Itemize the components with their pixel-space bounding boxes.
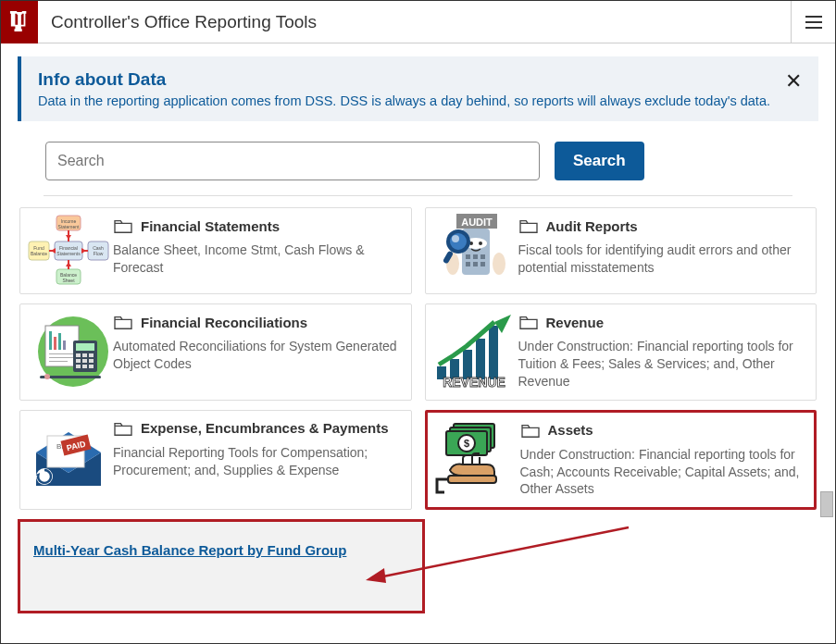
- scrollbar-thumb[interactable]: [820, 491, 833, 517]
- svg-rect-24: [480, 254, 485, 259]
- svg-text:$: $: [463, 438, 468, 449]
- svg-point-30: [479, 242, 482, 245]
- card-desc: Under Construction: Financial reporting …: [520, 446, 807, 499]
- card-financial-reconciliations[interactable]: Financial Reconciliations Automated Reco…: [19, 303, 412, 401]
- card-desc: Balance Sheet, Income Stmt, Cash Flows &…: [113, 242, 404, 277]
- expense-icon: BILL: PAID: [24, 415, 113, 506]
- svg-rect-54: [82, 365, 87, 368]
- folder-icon: [518, 314, 539, 330]
- svg-rect-62: [489, 326, 498, 379]
- card-audit-reports[interactable]: AUDIT Audit Reports: [425, 207, 817, 294]
- folder-icon: [113, 420, 133, 437]
- info-banner-text: Data in the reporting application comes …: [38, 93, 802, 108]
- info-banner-title: Info about Data: [38, 69, 802, 90]
- svg-marker-15: [66, 235, 71, 240]
- svg-rect-48: [82, 353, 87, 357]
- audit-reports-icon: AUDIT: [430, 212, 518, 290]
- svg-rect-38: [49, 331, 52, 350]
- card-expense[interactable]: BILL: PAID Expense, Encumbrances & Payme…: [19, 410, 412, 511]
- svg-rect-49: [89, 353, 94, 357]
- hamburger-menu-button[interactable]: [791, 1, 835, 43]
- folder-icon: [113, 217, 133, 234]
- multi-year-cash-balance-link[interactable]: Multi-Year Cash Balance Report by Fund G…: [33, 542, 346, 558]
- folder-icon: [520, 422, 541, 439]
- svg-point-33: [448, 231, 468, 252]
- iu-logo: [1, 1, 38, 43]
- svg-rect-51: [82, 359, 87, 363]
- financial-reconciliations-icon: [24, 308, 113, 396]
- svg-rect-61: [476, 339, 485, 379]
- card-revenue[interactable]: REVENUE Revenue Under Construction: Fina…: [425, 303, 817, 401]
- svg-marker-18: [51, 248, 56, 254]
- card-title: Financial Statements: [141, 218, 280, 234]
- card-desc: Under Construction: Financial reporting …: [518, 338, 809, 390]
- folder-icon: [518, 217, 539, 234]
- svg-text:Flow: Flow: [94, 251, 104, 256]
- svg-rect-52: [89, 359, 94, 363]
- svg-rect-55: [89, 365, 94, 368]
- card-title: Financial Reconciliations: [141, 315, 307, 330]
- close-icon[interactable]: ✕: [785, 69, 802, 93]
- card-title: Assets: [548, 422, 593, 438]
- revenue-icon: REVENUE: [430, 308, 518, 396]
- svg-rect-50: [76, 359, 81, 363]
- search-row: Search: [18, 142, 818, 195]
- financial-statements-icon: Income Statement Fund Balance Financial …: [24, 212, 113, 290]
- card-desc: Financial Reporting Tools for Compensati…: [113, 444, 404, 479]
- svg-text:Sheet: Sheet: [62, 278, 75, 283]
- svg-rect-22: [466, 254, 470, 259]
- card-financial-statements[interactable]: Income Statement Fund Balance Financial …: [19, 207, 412, 294]
- svg-rect-26: [473, 262, 478, 266]
- svg-point-57: [44, 374, 50, 379]
- svg-rect-39: [54, 337, 56, 350]
- svg-rect-41: [63, 341, 66, 350]
- svg-rect-27: [480, 262, 485, 266]
- svg-rect-53: [76, 365, 81, 368]
- card-desc: Automated Reconciliations for System Gen…: [113, 338, 404, 373]
- svg-text:Statement: Statement: [58, 224, 80, 229]
- card-title: Revenue: [546, 315, 605, 330]
- divider: [44, 195, 792, 196]
- app-title: Controller's Office Reporting Tools: [38, 12, 791, 32]
- card-title: Audit Reports: [546, 218, 638, 234]
- svg-text:Statements: Statements: [56, 251, 81, 256]
- svg-rect-25: [466, 262, 470, 266]
- svg-text:AUDIT: AUDIT: [461, 217, 493, 228]
- svg-point-34: [452, 235, 459, 242]
- folder-icon: [113, 314, 133, 330]
- svg-point-32: [493, 253, 505, 275]
- svg-text:Balance: Balance: [31, 251, 47, 256]
- card-assets[interactable]: $ Assets Under Construction: Financial r…: [425, 410, 817, 511]
- svg-text:REVENUE: REVENUE: [443, 375, 505, 390]
- iu-trident-icon: [9, 9, 30, 35]
- search-button[interactable]: Search: [555, 142, 644, 180]
- search-input[interactable]: [45, 142, 540, 180]
- app-header: Controller's Office Reporting Tools: [1, 1, 835, 43]
- svg-rect-44: [49, 361, 68, 362]
- svg-rect-40: [58, 333, 61, 350]
- svg-rect-42: [49, 353, 75, 354]
- svg-rect-76: [448, 476, 496, 483]
- assets-icon: $: [431, 416, 520, 504]
- sub-report-panel: Multi-Year Cash Balance Report by Fund G…: [18, 519, 425, 613]
- card-title: Expense, Encumbrances & Payments: [141, 420, 389, 436]
- info-banner: Info about Data Data in the reporting ap…: [18, 56, 818, 121]
- category-grid: Income Statement Fund Balance Financial …: [18, 207, 818, 510]
- svg-marker-17: [66, 262, 71, 266]
- svg-rect-46: [76, 343, 94, 351]
- svg-rect-43: [49, 357, 75, 358]
- card-desc: Fiscal tools for identifying audit error…: [518, 242, 809, 277]
- svg-rect-47: [76, 353, 81, 357]
- main-content: Info about Data Data in the reporting ap…: [1, 43, 835, 626]
- svg-rect-23: [473, 254, 478, 259]
- svg-marker-16: [81, 248, 86, 254]
